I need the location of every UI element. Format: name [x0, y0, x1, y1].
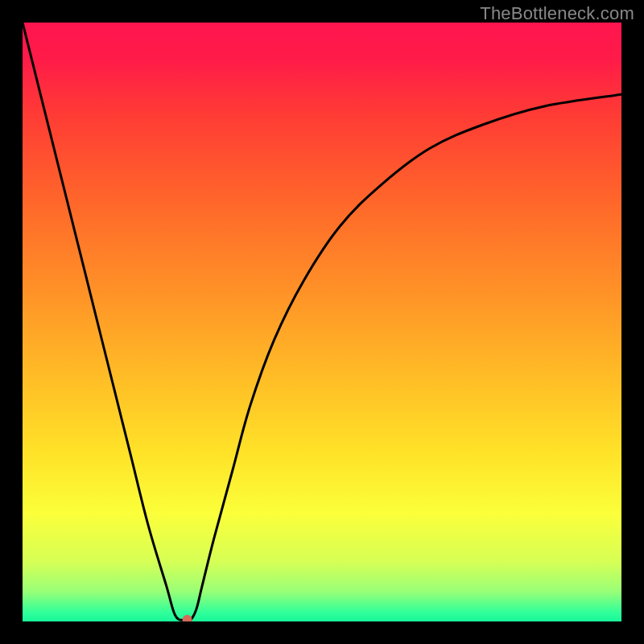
- watermark-text: TheBottleneck.com: [480, 3, 634, 24]
- bottleneck-chart: [23, 23, 621, 621]
- plot-area: [23, 23, 621, 621]
- gradient-background: [23, 23, 621, 621]
- chart-frame: TheBottleneck.com: [0, 0, 644, 644]
